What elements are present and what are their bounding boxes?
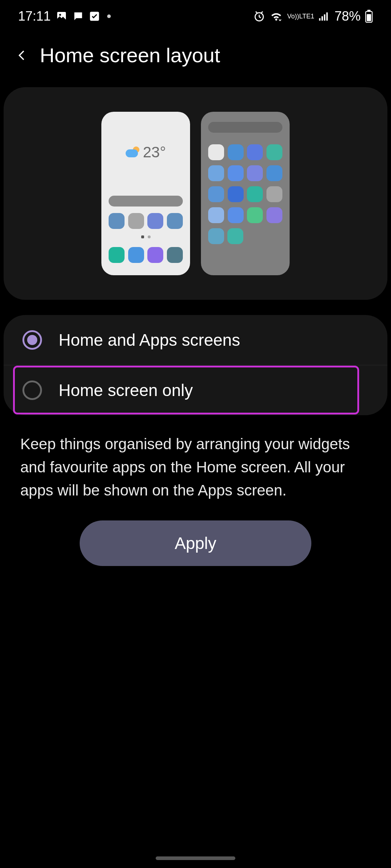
signal-icon	[319, 11, 330, 21]
page-title: Home screen layout	[40, 43, 220, 67]
mock-app-icon	[247, 207, 263, 223]
battery-icon	[365, 10, 373, 23]
mock-app-icon	[128, 247, 144, 263]
wifi-icon	[270, 11, 283, 22]
back-button[interactable]	[14, 48, 30, 63]
search-bar-mock	[109, 196, 183, 207]
svg-rect-9	[367, 14, 371, 21]
mock-app-icon	[228, 186, 244, 202]
radio-unselected-icon	[22, 380, 42, 400]
status-time: 17:11	[18, 9, 51, 24]
svg-rect-5	[321, 16, 323, 21]
mock-app-icon	[109, 247, 125, 263]
mock-app-icon	[208, 165, 224, 181]
search-bar-mock	[208, 122, 282, 133]
svg-rect-4	[319, 18, 320, 21]
status-bar: 17:11 Vo)) LTE1 78%	[0, 0, 391, 33]
battery-percent: 78%	[335, 9, 361, 24]
icon-row	[208, 207, 282, 223]
page-indicator	[101, 235, 190, 238]
option-label: Home and Apps screens	[59, 330, 240, 350]
status-left: 17:11	[18, 9, 111, 24]
gesture-bar[interactable]	[156, 856, 235, 860]
mock-app-icon	[227, 228, 243, 244]
svg-rect-7	[326, 12, 328, 21]
icon-row	[208, 186, 282, 202]
mock-app-icon	[228, 207, 244, 223]
mock-app-icon	[266, 186, 282, 202]
message-icon	[72, 10, 84, 22]
mock-app-icon	[167, 213, 183, 229]
alarm-icon	[253, 10, 265, 22]
weather-widget: 23°	[101, 144, 190, 161]
mock-app-icon	[147, 213, 163, 229]
mock-app-icon	[228, 144, 244, 160]
icon-row	[208, 165, 282, 181]
mock-app-icon	[247, 186, 263, 202]
mock-app-icon	[109, 213, 125, 229]
checkbox-icon	[89, 11, 100, 22]
preview-card: 23°	[4, 87, 387, 300]
mock-app-icon	[228, 165, 244, 181]
mock-app-icon	[167, 247, 183, 263]
status-right: Vo)) LTE1 78%	[253, 9, 373, 24]
mock-app-icon	[266, 207, 282, 223]
svg-rect-10	[367, 10, 371, 12]
svg-point-1	[59, 14, 61, 16]
mock-app-icon	[266, 165, 282, 181]
mock-app-icon	[147, 247, 163, 263]
options-card: Home and Apps screens Home screen only	[4, 315, 387, 415]
radio-selected-icon	[22, 330, 42, 350]
mock-app-icon	[208, 186, 224, 202]
mock-app-icon	[208, 228, 224, 244]
icon-row	[208, 144, 282, 160]
icon-row	[109, 213, 183, 229]
apps-screen-preview	[201, 112, 290, 275]
weather-temp: 23°	[143, 144, 166, 161]
mock-app-icon	[247, 165, 263, 181]
volte-icon: Vo)) LTE1	[287, 13, 314, 20]
icon-row	[109, 247, 183, 263]
mock-app-icon	[128, 213, 144, 229]
option-home-and-apps[interactable]: Home and Apps screens	[4, 315, 387, 365]
mock-app-icon	[266, 144, 282, 160]
svg-rect-6	[324, 14, 325, 21]
home-screen-preview: 23°	[101, 112, 190, 275]
more-notifications-dot	[107, 14, 111, 18]
page-header: Home screen layout	[0, 33, 391, 81]
mock-app-icon	[247, 144, 263, 160]
weather-icon	[126, 147, 140, 157]
option-description: Keep things organised by arranging your …	[0, 415, 391, 502]
option-home-only[interactable]: Home screen only	[4, 365, 387, 415]
picture-icon	[56, 10, 67, 22]
apply-button[interactable]: Apply	[80, 520, 311, 566]
mock-app-icon	[208, 144, 224, 160]
icon-row	[208, 228, 282, 244]
mock-app-icon	[208, 207, 224, 223]
option-label: Home screen only	[59, 380, 193, 400]
